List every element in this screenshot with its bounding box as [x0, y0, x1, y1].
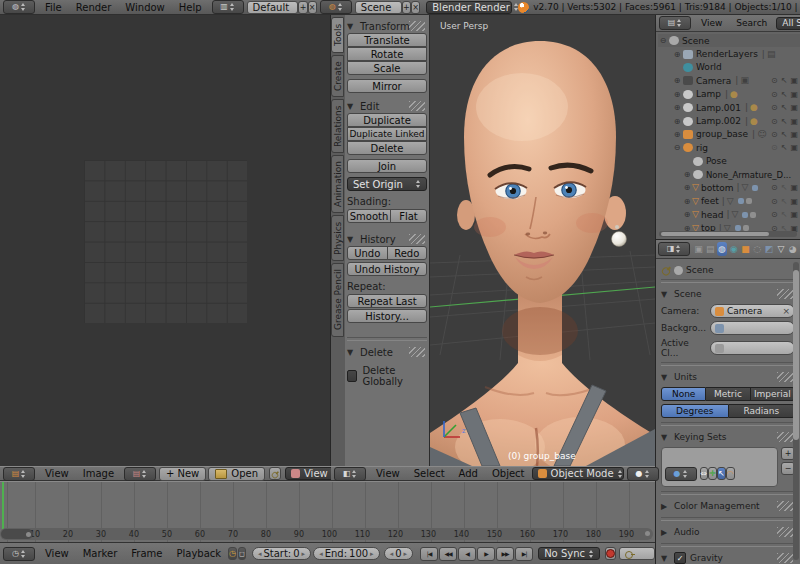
render-icon[interactable]: ▣: [790, 117, 798, 126]
eye-icon[interactable]: ⊙: [771, 90, 778, 99]
expand-icon[interactable]: ⊕: [682, 197, 692, 206]
increment-icon[interactable]: ▸: [370, 550, 374, 558]
gravity-checkbox[interactable]: ✓: [674, 552, 686, 564]
menu-help[interactable]: Help: [172, 2, 209, 13]
selectable-icon[interactable]: ↖: [781, 117, 788, 126]
translate-button[interactable]: Translate: [347, 33, 427, 47]
menu-file[interactable]: File: [38, 2, 69, 13]
render-icon[interactable]: ▣: [790, 143, 798, 152]
collapse-icon[interactable]: ▼: [347, 348, 356, 357]
eye-icon[interactable]: ⊙: [771, 117, 778, 126]
image-browse-dropdown[interactable]: ▤: [124, 467, 156, 481]
scrollbar-thumb[interactable]: [1, 529, 33, 539]
clear-icon[interactable]: ×: [782, 306, 790, 316]
uv-menu-view[interactable]: View: [38, 468, 76, 479]
tab-modifiers[interactable]: ◩: [764, 242, 775, 256]
collapse-icon[interactable]: ▼: [661, 290, 670, 299]
eye-icon[interactable]: ⊙: [771, 76, 778, 85]
tab-physics[interactable]: Physics: [331, 215, 344, 261]
camera-field[interactable]: Camera×: [710, 304, 795, 318]
undo-button[interactable]: Undo: [347, 246, 388, 260]
uv-editor-selector[interactable]: ▤: [3, 467, 35, 481]
outliner-hscrollbar[interactable]: [659, 231, 797, 237]
selectable-icon[interactable]: ↖: [781, 210, 788, 219]
expand-icon[interactable]: ⊕: [682, 210, 692, 219]
previous-keyframe-button[interactable]: ◀◀: [439, 547, 457, 561]
manipulator-axis-toggle[interactable]: ✛: [708, 467, 717, 480]
tree-row-rig[interactable]: ⊖rig⊙↖▣: [658, 141, 800, 154]
render-icon[interactable]: ▣: [790, 210, 798, 219]
sync-dropdown[interactable]: No Sync: [538, 547, 600, 560]
scrollbar-handle[interactable]: [645, 531, 650, 536]
eye-icon[interactable]: ⊙: [771, 210, 778, 219]
proportional-edit-toggle[interactable]: ◠: [726, 467, 735, 480]
tree-row-world[interactable]: World: [658, 61, 800, 74]
expand-icon[interactable]: ⊕: [672, 90, 682, 99]
tab-create[interactable]: Create: [331, 55, 344, 97]
tree-row-lamp002[interactable]: ⊕Lamp.002|●⊙↖▣: [658, 114, 800, 127]
selectable-icon[interactable]: ↖: [781, 183, 788, 192]
tl-menu-frame[interactable]: Frame: [124, 548, 169, 559]
render-icon[interactable]: ▣: [790, 183, 798, 192]
tab-constraints[interactable]: ◌: [752, 242, 763, 256]
active-clip-field[interactable]: [710, 341, 795, 355]
outliner-display-mode[interactable]: All Scenes: [776, 17, 800, 30]
jump-to-start-button[interactable]: |◀: [420, 547, 438, 561]
tl-menu-marker[interactable]: Marker: [76, 548, 125, 559]
timeline-scrollbar[interactable]: 1020304050607080901001101201301401501601…: [0, 528, 653, 540]
increment-icon[interactable]: ▸: [302, 550, 306, 558]
tab-animation[interactable]: Animation: [331, 155, 344, 213]
decrement-icon[interactable]: ◂: [258, 550, 262, 558]
add-scene-button[interactable]: +: [402, 1, 411, 14]
redo-button[interactable]: Redo: [387, 246, 428, 260]
duplicate-linked-button[interactable]: Duplicate Linked: [347, 127, 427, 141]
scrollbar-thumb[interactable]: [661, 232, 769, 236]
vp-menu-select[interactable]: Select: [407, 468, 452, 479]
decrement-icon[interactable]: ◂: [319, 550, 323, 558]
scrollbar-handle[interactable]: [26, 532, 31, 537]
screen-layout-icon-button[interactable]: ▥: [212, 0, 244, 14]
tl-menu-view[interactable]: View: [38, 548, 76, 559]
collapse-icon[interactable]: ▼: [661, 373, 670, 382]
repeat-last-button[interactable]: Repeat Last: [347, 294, 427, 308]
next-keyframe-button[interactable]: ▶▶: [496, 547, 514, 561]
tab-data[interactable]: ▽: [775, 242, 786, 256]
tab-material[interactable]: ◕: [787, 242, 798, 256]
expand-icon[interactable]: ▶: [661, 502, 670, 511]
start-frame-field[interactable]: ◂Start:0▸: [252, 547, 311, 560]
delete-scene-button[interactable]: ×: [411, 1, 420, 14]
vp-menu-add[interactable]: Add: [452, 468, 485, 479]
audio-panel-header[interactable]: ▶Audio: [661, 525, 795, 539]
eye-icon[interactable]: ⊙: [771, 130, 778, 139]
jump-to-end-button[interactable]: ▶|: [515, 547, 533, 561]
collapse-icon[interactable]: ⊖: [672, 143, 682, 152]
tree-row-scene[interactable]: ⊖Scene: [658, 34, 800, 47]
manipulator-translate-toggle[interactable]: ⇔: [700, 467, 709, 480]
tree-row-camera[interactable]: ⊕Camera|▣⊙↖▣: [658, 74, 800, 87]
timeline[interactable]: 1020304050607080901001101201301401501601…: [0, 481, 655, 542]
tree-row-group-base[interactable]: ⊕group_base|☺⊙↖▣: [658, 128, 800, 141]
collapse-icon[interactable]: ⊖: [658, 36, 668, 45]
delete-operator-panel-header[interactable]: ▼Delete: [347, 345, 427, 359]
scene-panel-header[interactable]: ▼Scene: [661, 287, 795, 301]
collapse-icon[interactable]: ▼: [661, 433, 670, 442]
degrees-option[interactable]: Degrees: [661, 404, 729, 418]
properties-scrollbar[interactable]: [793, 262, 799, 560]
delete-layout-button[interactable]: ×: [308, 1, 317, 14]
menu-render[interactable]: Render: [69, 2, 119, 13]
tl-menu-playback[interactable]: Playback: [169, 548, 228, 559]
selectable-icon[interactable]: ↖: [781, 197, 788, 206]
scene-icon-button[interactable]: ◍: [320, 0, 352, 14]
decrement-icon[interactable]: ◂: [390, 550, 394, 558]
viewport-3d[interactable]: User Persp z (0) group_base: [430, 15, 655, 466]
eye-icon[interactable]: ⊙: [771, 197, 778, 206]
pivot-point-dropdown[interactable]: ●: [665, 467, 697, 481]
preview-range-toggle[interactable]: ◷: [228, 547, 237, 560]
tree-row-bottom[interactable]: ⊕▽bottom|▽⊙↖▣: [658, 181, 800, 194]
eye-icon[interactable]: ⊙: [771, 143, 778, 152]
tab-grease-pencil[interactable]: Grease Pencil: [331, 263, 344, 337]
history-dialog-button[interactable]: History...: [347, 309, 427, 323]
tree-row-renderlayers[interactable]: ⊕RenderLayers|▤: [658, 47, 800, 60]
timeline-editor-selector[interactable]: ◷: [3, 547, 35, 561]
units-panel-header[interactable]: ▼Units: [661, 370, 795, 384]
